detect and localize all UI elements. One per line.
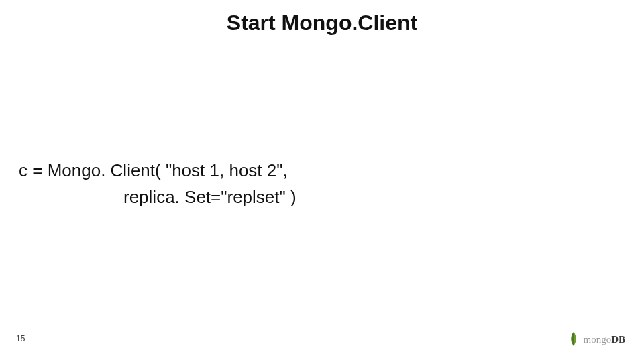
page-number: 15 [16, 334, 25, 343]
slide-title: Start Mongo.Client [0, 11, 644, 36]
brand-suffix: DB [611, 334, 625, 345]
leaf-icon [568, 331, 579, 347]
code-line-1: c = Mongo. Client( "host 1, host 2", [19, 160, 288, 180]
brand-prefix: mongo [583, 334, 611, 345]
code-block: c = Mongo. Client( "host 1, host 2", rep… [19, 157, 502, 211]
slide: Start Mongo.Client c = Mongo. Client( "h… [0, 0, 644, 362]
brand-logo: mongoDB. [568, 331, 628, 347]
brand-text: mongoDB. [583, 334, 628, 345]
code-line-2: replica. Set="replset" ) [19, 184, 502, 210]
brand-dot: . [625, 335, 628, 345]
